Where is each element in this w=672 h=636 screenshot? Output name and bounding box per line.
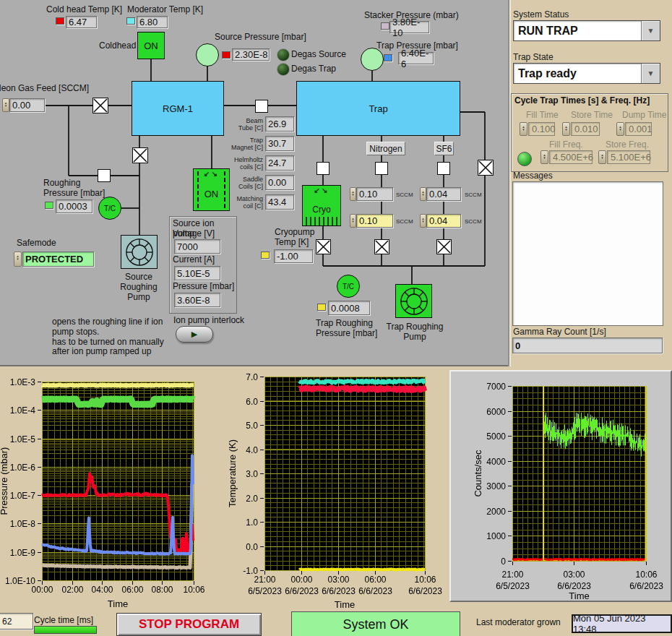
ion-pump-dash-left	[197, 171, 199, 208]
cycle-times-title: Cycle Trap Times [s] & Freq. [Hz]	[514, 95, 650, 106]
trap-vessel: Trap	[296, 81, 460, 136]
gamma-count-label: Gamma Ray Count [1/s]	[513, 327, 606, 337]
trap-roughing-pressure-label: Trap Roughing Pressure [mbar]	[316, 319, 377, 339]
counts-chart	[451, 371, 671, 601]
cryo-pump-box[interactable]: ↙↘ Cryo	[302, 185, 341, 226]
moderator-temp-label: Moderator Temp [K]	[127, 5, 203, 15]
coldhead-on-button[interactable]: ON	[137, 32, 165, 59]
interlock-toggle[interactable]: ▶	[176, 326, 213, 343]
rgm1-trap-valve[interactable]	[255, 100, 268, 113]
store-time-field[interactable]: 0.010	[571, 122, 600, 136]
trap-magnet-temp-field: 30.7	[265, 136, 294, 151]
sf6-flow-set-field[interactable]: 0.04	[426, 214, 461, 228]
cycle-time-progress	[34, 626, 97, 634]
coldhead-label: Coldhead	[99, 41, 136, 51]
sf6-valve[interactable]	[437, 162, 450, 175]
pump-rotor-icon	[399, 286, 429, 317]
dropdown-arrow-icon[interactable]: ▼	[641, 64, 660, 83]
stop-program-button[interactable]: STOP PROGRAM	[116, 613, 262, 636]
cryo-valve[interactable]	[316, 162, 329, 175]
trap-magnet-temp-label: Trap Magnet [C]	[228, 137, 263, 152]
source-pressure-gauge	[196, 43, 219, 66]
degas-source-led[interactable]	[277, 48, 290, 61]
source-pressure-field: 2.30E-8	[232, 48, 270, 61]
dump-time-spinner[interactable]: ▴ ▾	[616, 122, 624, 136]
cycle-times-panel: Cycle Trap Times [s] & Freq. [Hz] Fill T…	[511, 93, 668, 172]
temperature-chart	[223, 371, 464, 611]
source-ion-pump-box[interactable]: ↙↘ ON	[193, 168, 230, 211]
trap-roughing-pressure-field: 0.0008	[328, 301, 370, 315]
dump-time-field[interactable]: 0.001	[625, 122, 652, 136]
rgm1-vessel: RGM-1	[132, 81, 224, 136]
sf6-set-unit: SCCM	[465, 218, 482, 225]
trap-thermocouple-gauge: T/C	[337, 275, 360, 298]
freq-status-led	[517, 152, 532, 166]
cryo-comb-icon	[306, 217, 337, 225]
fill-freq-spinner[interactable]: ▴ ▾	[540, 150, 548, 164]
safemode-field[interactable]: PROTECTED	[22, 252, 94, 267]
stacker-pressure-field: 3.80E-10	[389, 21, 429, 33]
sf6-meas-unit: SCCM	[465, 192, 482, 198]
source-roughing-pump[interactable]	[121, 235, 158, 269]
ion-pump-dash-right	[224, 171, 225, 208]
cryo-lower-x-valve[interactable]	[316, 239, 331, 254]
dropdown-arrow-icon[interactable]: ▼	[641, 21, 660, 40]
fill-time-spinner[interactable]: ▴ ▾	[520, 122, 527, 136]
interlock-label: Ion pump interlock	[173, 316, 244, 326]
nitrogen-flow-set-field[interactable]: 0.10	[356, 214, 393, 228]
system-status-label: System Status	[513, 9, 569, 20]
cycle-count-field: 62	[0, 613, 33, 629]
sf6-meas-spinner[interactable]: ▴ ▾	[420, 187, 426, 201]
cold-head-temp-field: 6.47	[66, 16, 97, 28]
cold-head-temp-label: Cold head Temp [K]	[46, 5, 122, 15]
trap-state-label: Trap State	[513, 52, 553, 62]
nitrogen-set-spinner[interactable]: ▴ ▾	[350, 214, 356, 228]
neon-feed-x-valve[interactable]	[92, 98, 108, 113]
roughing-pressure-led	[45, 202, 53, 209]
system-status-dropdown[interactable]: RUN TRAP ▼	[513, 20, 660, 41]
safemode-spinner[interactable]: ▴ ▾	[14, 252, 22, 267]
store-freq-label: Store Freq.	[606, 139, 649, 150]
matching-coil-temp-label: Matching coil [C]	[228, 196, 263, 210]
source-ion-pump-panel: Source ion pump Voltage [V] 7000 Current…	[169, 216, 237, 314]
ion-pressure-field: 3.60E-8	[174, 293, 220, 307]
nitrogen-meas-unit: SCCM	[396, 192, 413, 198]
trap-pressure-field: 6.40E-6	[398, 52, 434, 64]
neon-gas-feed-field[interactable]: 0.00	[9, 98, 45, 112]
store-freq-field[interactable]: 5.100E+6	[607, 150, 650, 164]
messages-box	[512, 181, 663, 326]
ion-voltage-field: 7000	[174, 239, 220, 254]
neon-gas-feed-label: Neon Gas Feed [SCCM]	[0, 84, 89, 94]
trap-right-x-valve[interactable]	[478, 160, 494, 176]
source-roughing-x-valve[interactable]	[132, 147, 148, 163]
roughing-pressure-label: Roughing Pressure [mbar]	[43, 179, 105, 199]
sf6-lower-x-valve[interactable]	[436, 239, 452, 254]
fill-freq-field[interactable]: 4.500E+6	[549, 150, 593, 164]
sf6-set-spinner[interactable]: ▴ ▾	[420, 214, 426, 228]
degas-trap-led[interactable]	[277, 63, 290, 76]
neon-gas-feed-spinner[interactable]: ▴ ▾	[2, 98, 9, 112]
beam-tube-temp-label: Beam Tube [C]	[228, 118, 263, 132]
nitrogen-valve[interactable]	[375, 162, 388, 175]
fill-time-label: Fill Time	[526, 110, 559, 120]
saddle-coils-temp-label: Saddle Coils [C]	[228, 176, 263, 191]
nitrogen-meas-spinner[interactable]: ▴ ▾	[350, 187, 356, 201]
cryo-arrows-icon: ↙↘	[303, 186, 340, 194]
nitrogen-lower-x-valve[interactable]	[374, 239, 389, 254]
store-time-label: Store Time	[571, 110, 613, 120]
store-time-spinner[interactable]: ▴ ▾	[562, 122, 570, 136]
trap-state-dropdown[interactable]: Trap ready ▼	[513, 63, 660, 84]
trap-roughing-pump[interactable]	[395, 284, 432, 318]
helmholtz-temp-field: 24.7	[265, 155, 294, 171]
nitrogen-label: Nitrogen	[366, 142, 405, 155]
sf6-label: SF6	[434, 142, 454, 155]
source-pressure-led	[222, 51, 231, 59]
trap-roughing-led	[317, 304, 326, 311]
nitrogen-set-unit: SCCM	[396, 218, 413, 225]
fill-time-field[interactable]: 0.100	[528, 122, 555, 136]
degas-source-label: Degas Source	[291, 50, 346, 60]
source-pressure-label: Source Pressure [mbar]	[215, 33, 306, 43]
store-freq-spinner[interactable]: ▴ ▾	[598, 150, 606, 164]
ion-current-label: Current [A]	[173, 255, 215, 265]
moderator-led	[126, 17, 135, 25]
